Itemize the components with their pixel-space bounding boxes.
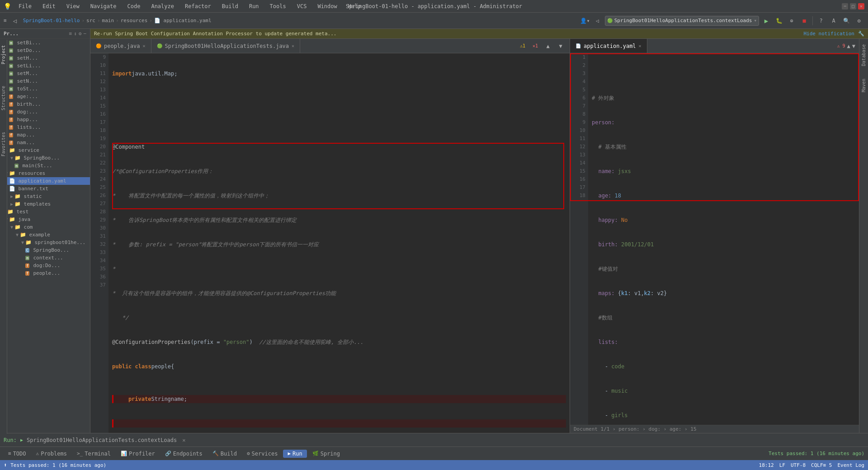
sidebar-close-icon[interactable]: − (83, 31, 86, 37)
left-code-editor[interactable]: 9 10 11 12 13 14 15 16 17 18 19 20 (90, 53, 570, 433)
tree-item-lists[interactable]: f lists... (0, 123, 90, 131)
tree-item-age[interactable]: f age:... (0, 93, 90, 100)
tree-item-happ[interactable]: f happ... (0, 116, 90, 123)
tree-item-peoplefield[interactable]: f people... (0, 269, 90, 277)
tree-item-banner[interactable]: 📄 banner.txt (0, 185, 90, 193)
menu-analyze[interactable]: Analyze (147, 2, 178, 10)
tree-item-tost[interactable]: m toSt... (0, 85, 90, 93)
tree-item-map[interactable]: f map... (0, 131, 90, 139)
yaml-code-editor[interactable]: 1 2 3 4 5 6 7 8 9 10 11 12 13 (570, 53, 859, 433)
menu-build[interactable]: Build (218, 2, 242, 10)
tree-item-templates[interactable]: ▶ 📁 templates (0, 200, 90, 208)
menu-refactor[interactable]: Refactor (181, 2, 215, 10)
status-git-branch[interactable]: CQLF≡ 5 (811, 462, 832, 468)
notification-settings-icon[interactable]: 🔧 (858, 31, 864, 37)
tree-item-application-yaml[interactable]: 📄 application.yaml (0, 177, 90, 185)
notification-hide-link[interactable]: Hide notification (803, 31, 854, 37)
sidebar-list-icon[interactable]: ≡ (69, 31, 72, 37)
toolbar-undo-button[interactable]: ◁ (592, 15, 603, 26)
sidebar-settings-icon[interactable]: ⚙ (79, 31, 82, 37)
coverage-button[interactable]: ⊕ (786, 15, 797, 26)
yaml-scroll-up[interactable]: ▲ (847, 43, 850, 49)
tree-item-setdo[interactable]: m setDo... (0, 47, 90, 54)
menu-file[interactable]: File (15, 2, 35, 10)
menu-run[interactable]: Run (245, 2, 263, 10)
sidebar-sort-icon[interactable]: ↕ (74, 31, 77, 37)
tree-item-java[interactable]: ▼ 📁 java (0, 216, 90, 223)
status-encoding[interactable]: UTF-8 (791, 462, 806, 468)
structure-tab[interactable]: Structure (1, 84, 6, 112)
tree-item-setn[interactable]: m setN... (0, 77, 90, 85)
tree-item-test[interactable]: ▼ 📁 test (0, 208, 90, 216)
code-line-10 (112, 94, 566, 102)
yaml-tab-close[interactable]: ✕ (639, 43, 642, 48)
yaml-scroll-down[interactable]: ▼ (852, 43, 855, 49)
tree-item-contextloads[interactable]: m context... (0, 254, 90, 262)
tree-item-dog[interactable]: f dog:... (0, 108, 90, 116)
tree-item-resources[interactable]: ▼ 📁 resources (0, 169, 90, 177)
toolbar-avatar[interactable]: 👤▾ (580, 15, 590, 26)
tab-run[interactable]: ▶ Run (283, 450, 307, 458)
tree-item-setm[interactable]: m setM... (0, 70, 90, 77)
minimize-button[interactable]: − (842, 3, 848, 9)
status-line-ending[interactable]: LF (779, 462, 785, 468)
toolbar-translate-button[interactable]: A (828, 15, 839, 26)
favorites-tab[interactable]: Favorites (1, 130, 6, 158)
run-button[interactable]: ▶ (761, 15, 772, 26)
tree-item-com[interactable]: ▼ 📁 com (0, 223, 90, 231)
tab-test-close[interactable]: ✕ (292, 43, 294, 48)
tree-item-springboo[interactable]: ▼ 📁 SpringBoo... (0, 154, 90, 162)
tree-item-service[interactable]: ▶ 📁 service (0, 146, 90, 154)
menu-view[interactable]: View (63, 2, 83, 10)
tab-springboot-test[interactable]: 🟢 SpringBoot01HelloApplicationTests.java… (151, 39, 301, 53)
window-controls: − □ ✕ (842, 3, 864, 9)
menu-vcs[interactable]: VCS (293, 2, 311, 10)
run-panel-close[interactable]: ✕ (182, 437, 185, 443)
menu-code[interactable]: Code (124, 2, 144, 10)
tab-endpoints[interactable]: 🔗 Endpoints (160, 450, 207, 458)
tree-item-static[interactable]: ▶ 📁 static (0, 193, 90, 200)
tab-build[interactable]: 🔨 Build (208, 450, 241, 458)
tab-spring[interactable]: 🌿 Spring (308, 450, 344, 458)
toolbar-back-button[interactable]: ◁ (9, 15, 20, 26)
debug-button[interactable]: 🐛 (774, 15, 784, 26)
left-editor-scroll-down[interactable]: ▼ (555, 41, 566, 52)
run-label: Run: (4, 437, 17, 443)
close-button[interactable]: ✕ (858, 3, 864, 9)
menu-window[interactable]: Window (314, 2, 340, 10)
tab-people-java[interactable]: 🟠 people.java ✕ (90, 39, 151, 53)
tab-problems[interactable]: ⚠ Problems (32, 450, 71, 458)
tab-services[interactable]: ⚙ Services (242, 450, 282, 458)
tree-item-example[interactable]: ▼ 📁 example (0, 231, 90, 239)
toolbar-help-button[interactable]: ? (816, 15, 826, 26)
tab-todo[interactable]: ≡ TODO (4, 450, 31, 458)
tree-item-springbootclass[interactable]: C SpringBoo... (0, 246, 90, 254)
stop-button[interactable]: ■ (799, 15, 810, 26)
maven-tab[interactable]: Maven (861, 77, 866, 94)
linenum-34: 34 (90, 257, 106, 265)
tree-item-springboot01[interactable]: ▼ 📁 springboot01he... (0, 239, 90, 246)
tree-item-setli[interactable]: m setLi... (0, 62, 90, 70)
toolbar-search-button[interactable]: 🔍 (841, 15, 852, 26)
tree-item-birth[interactable]: f birth... (0, 100, 90, 108)
database-tab[interactable]: Database (861, 42, 866, 68)
tree-item-dogdo[interactable]: f dog:Do... (0, 262, 90, 269)
tree-item-seth[interactable]: m setH... (0, 54, 90, 62)
maximize-button[interactable]: □ (850, 3, 856, 9)
tab-profiler[interactable]: 📊 Profiler (116, 450, 160, 458)
tree-item-nam[interactable]: f nam... (0, 139, 90, 146)
menu-edit[interactable]: Edit (39, 2, 59, 10)
tab-terminal[interactable]: >_ Terminal (72, 450, 115, 458)
project-vertical-tab[interactable]: Project (1, 43, 6, 66)
tab-application-yaml[interactable]: 📄 application.yaml ✕ (570, 39, 647, 53)
menu-tools[interactable]: Tools (266, 2, 290, 10)
tree-item-setbi[interactable]: m setBi... (0, 39, 90, 47)
linenum-25: 25 (90, 183, 106, 192)
left-editor-scroll-up[interactable]: ▲ (542, 41, 553, 52)
tree-item-mainst[interactable]: m main(St... (0, 162, 90, 169)
toolbar-settings-button[interactable]: ⚙ (854, 15, 864, 26)
tab-people-close[interactable]: ✕ (142, 43, 145, 48)
event-log-label[interactable]: Event Log (837, 462, 864, 468)
menu-navigate[interactable]: Navigate (87, 2, 120, 10)
run-config-dropdown[interactable]: 🟢 SpringBoot01HelloApplicationTests.cont… (605, 16, 759, 26)
